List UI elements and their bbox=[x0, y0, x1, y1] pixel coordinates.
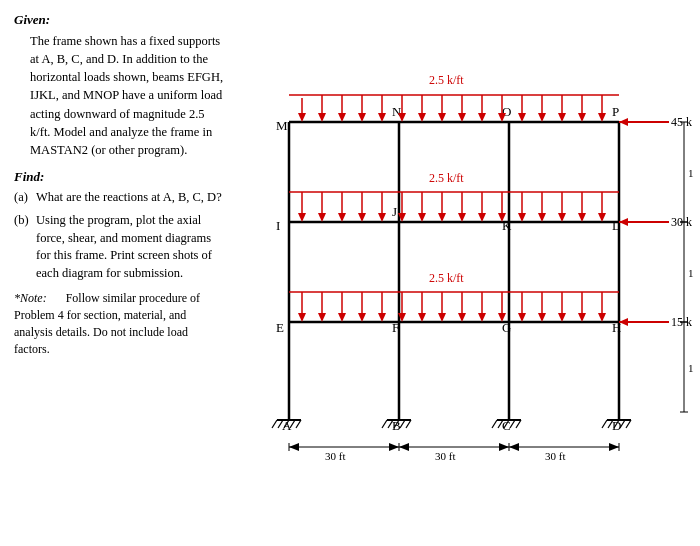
svg-marker-157 bbox=[499, 443, 509, 451]
svg-line-27 bbox=[516, 420, 521, 428]
svg-marker-44 bbox=[378, 113, 386, 122]
find-item-b-text: Using the program, plot the axial force,… bbox=[36, 212, 226, 282]
svg-marker-94 bbox=[538, 213, 546, 222]
svg-marker-58 bbox=[518, 113, 526, 122]
node-J-label: J bbox=[392, 204, 397, 219]
svg-marker-76 bbox=[358, 213, 366, 222]
svg-marker-152 bbox=[289, 443, 299, 451]
svg-line-19 bbox=[400, 420, 405, 428]
given-text: The frame shown has a fixed supports at … bbox=[30, 32, 226, 159]
svg-marker-119 bbox=[458, 313, 466, 322]
svg-marker-125 bbox=[518, 313, 526, 322]
svg-line-34 bbox=[626, 420, 631, 428]
svg-marker-64 bbox=[578, 113, 586, 122]
svg-marker-160 bbox=[509, 443, 519, 451]
svg-marker-66 bbox=[598, 113, 606, 122]
svg-marker-100 bbox=[598, 213, 606, 222]
svg-marker-36 bbox=[298, 113, 306, 122]
svg-marker-137 bbox=[619, 218, 628, 226]
given-label: Given: bbox=[14, 12, 226, 28]
dim-span-cd: 30 ft bbox=[545, 450, 565, 462]
svg-marker-127 bbox=[538, 313, 546, 322]
node-L-label: L bbox=[612, 218, 620, 233]
svg-line-13 bbox=[296, 420, 301, 428]
svg-marker-103 bbox=[298, 313, 306, 322]
svg-marker-129 bbox=[558, 313, 566, 322]
svg-marker-70 bbox=[298, 213, 306, 222]
svg-marker-121 bbox=[478, 313, 486, 322]
node-M-label: M bbox=[276, 118, 288, 133]
dim-span-bc: 30 ft bbox=[435, 450, 455, 462]
svg-marker-161 bbox=[609, 443, 619, 451]
node-K-label: K bbox=[502, 218, 512, 233]
note-text: *Note: Follow similar procedure of Probl… bbox=[14, 290, 226, 357]
svg-marker-48 bbox=[418, 113, 426, 122]
svg-marker-72 bbox=[318, 213, 326, 222]
svg-marker-131 bbox=[578, 313, 586, 322]
svg-marker-50 bbox=[438, 113, 446, 122]
svg-marker-135 bbox=[619, 118, 628, 126]
svg-marker-109 bbox=[358, 313, 366, 322]
mid-udl-label: 2.5 k/ft bbox=[429, 171, 464, 185]
svg-marker-74 bbox=[338, 213, 346, 222]
structural-diagram: M N O P I J K L E F G H A B bbox=[234, 12, 694, 542]
svg-marker-86 bbox=[458, 213, 466, 222]
diagram-panel: M N O P I J K L E F G H A B bbox=[234, 12, 686, 538]
svg-marker-153 bbox=[389, 443, 399, 451]
svg-marker-117 bbox=[438, 313, 446, 322]
svg-marker-42 bbox=[358, 113, 366, 122]
svg-marker-156 bbox=[399, 443, 409, 451]
node-I-label: I bbox=[276, 218, 280, 233]
dim-span-ab: 30 ft bbox=[325, 450, 345, 462]
svg-line-23 bbox=[492, 420, 497, 428]
find-item-a: (a) What are the reactions at A, B, C, D… bbox=[14, 189, 226, 207]
find-item-b: (b) Using the program, plot the axial fo… bbox=[14, 212, 226, 282]
svg-marker-92 bbox=[518, 213, 526, 222]
top-udl-label: 2.5 k/ft bbox=[429, 73, 464, 87]
dim-12ft-mid: 12 ft bbox=[688, 267, 694, 279]
dim-12ft-top: 12 ft bbox=[688, 167, 694, 179]
node-P-label: P bbox=[612, 104, 619, 119]
svg-marker-84 bbox=[438, 213, 446, 222]
svg-line-26 bbox=[510, 420, 515, 428]
svg-marker-96 bbox=[558, 213, 566, 222]
svg-marker-52 bbox=[458, 113, 466, 122]
dim-12ft-bot: 12 ft bbox=[688, 362, 694, 374]
svg-marker-111 bbox=[378, 313, 386, 322]
svg-marker-62 bbox=[558, 113, 566, 122]
svg-marker-82 bbox=[418, 213, 426, 222]
svg-marker-60 bbox=[538, 113, 546, 122]
svg-marker-98 bbox=[578, 213, 586, 222]
svg-marker-115 bbox=[418, 313, 426, 322]
svg-marker-105 bbox=[318, 313, 326, 322]
find-item-b-letter: (b) bbox=[14, 212, 36, 282]
svg-marker-88 bbox=[478, 213, 486, 222]
svg-line-9 bbox=[272, 420, 277, 428]
svg-marker-54 bbox=[478, 113, 486, 122]
svg-line-20 bbox=[406, 420, 411, 428]
node-G-label: G bbox=[502, 320, 511, 335]
find-label: Find: bbox=[14, 169, 226, 185]
node-E-label: E bbox=[276, 320, 284, 335]
svg-marker-38 bbox=[318, 113, 326, 122]
svg-marker-78 bbox=[378, 213, 386, 222]
svg-line-16 bbox=[382, 420, 387, 428]
note-label: *Note: bbox=[14, 291, 47, 305]
svg-marker-40 bbox=[338, 113, 346, 122]
svg-marker-133 bbox=[598, 313, 606, 322]
bot-udl-label: 2.5 k/ft bbox=[429, 271, 464, 285]
svg-marker-107 bbox=[338, 313, 346, 322]
find-item-a-letter: (a) bbox=[14, 189, 36, 207]
find-item-a-text: What are the reactions at A, B, C, D? bbox=[36, 189, 226, 207]
node-F-label: F bbox=[392, 320, 399, 335]
svg-line-30 bbox=[602, 420, 607, 428]
